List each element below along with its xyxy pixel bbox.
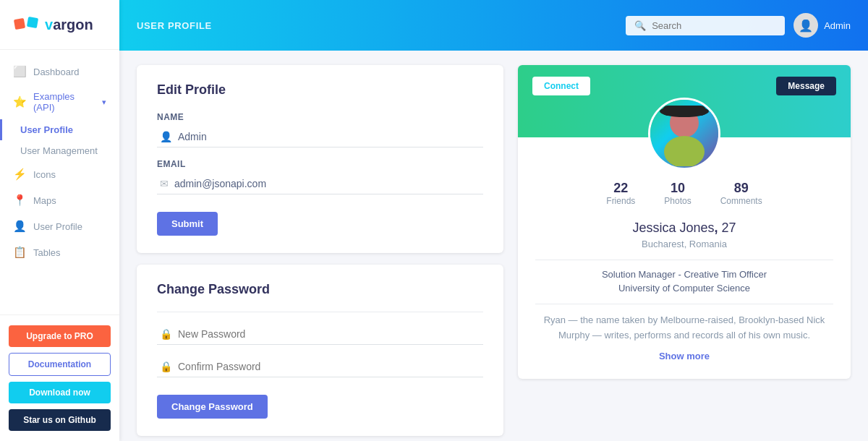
- email-label: Email: [157, 159, 483, 169]
- page-content: Edit Profile Name 👤 Email ✉ Submit: [119, 51, 868, 441]
- sidebar-bottom: Upgrade to PRO Documentation Download no…: [0, 314, 119, 441]
- show-more-button[interactable]: Show more: [535, 351, 833, 361]
- new-password-group: 🔒: [157, 324, 483, 345]
- sidebar-sub-label: User Management: [20, 145, 98, 156]
- photos-stat: 10 Photos: [664, 181, 691, 206]
- photos-label: Photos: [664, 196, 691, 206]
- photos-count: 10: [664, 181, 691, 196]
- friends-count: 22: [606, 181, 635, 196]
- sidebar: vargon ⬜ Dashboard ⭐ Examples (API) ▾ Us…: [0, 0, 119, 441]
- profile-divider: [535, 260, 833, 260]
- edit-profile-card: Edit Profile Name 👤 Email ✉ Submit: [137, 65, 503, 253]
- svg-rect-1: [27, 17, 38, 28]
- profile-card: Connect Message: [518, 65, 851, 379]
- email-field-icon: ✉: [160, 178, 169, 189]
- profile-avatar: [648, 98, 720, 170]
- new-password-wrap: 🔒: [157, 324, 483, 345]
- header-right: 🔍 👤 Admin: [626, 13, 851, 38]
- sidebar-item-tables[interactable]: 📋 Tables: [0, 239, 119, 265]
- profile-stats: 22 Friends 10 Photos 89 Comments: [535, 181, 833, 206]
- sidebar-item-label: Maps: [33, 195, 56, 206]
- confirm-password-wrap: 🔒: [157, 356, 483, 377]
- logo-icon: [13, 12, 39, 38]
- sidebar-sub-item-user-profile[interactable]: User Profile: [0, 119, 119, 140]
- search-icon: 🔍: [634, 20, 646, 31]
- profile-name: Jessica Jones, 27: [535, 220, 833, 236]
- friends-stat: 22 Friends: [606, 181, 635, 206]
- page-header: USER PROFILE 🔍 👤 Admin: [119, 0, 868, 51]
- sidebar-item-label: Tables: [33, 247, 61, 258]
- sidebar-sub-item-user-management[interactable]: User Management: [0, 140, 119, 161]
- comments-label: Comments: [720, 196, 762, 206]
- name-input[interactable]: [178, 131, 480, 142]
- new-password-input[interactable]: [178, 328, 480, 340]
- profile-card-header: Connect Message: [518, 65, 851, 137]
- chevron-down-icon: ▾: [102, 98, 106, 107]
- email-input-wrap: ✉: [157, 174, 483, 194]
- page-title: USER PROFILE: [137, 20, 212, 31]
- search-input[interactable]: [652, 20, 776, 31]
- avatar-svg: [652, 101, 717, 166]
- avatar-image: [650, 100, 718, 168]
- sidebar-item-user-profile-nav[interactable]: 👤 User Profile: [0, 213, 119, 239]
- name-label: Name: [157, 112, 483, 122]
- sidebar-logo: vargon: [0, 0, 119, 50]
- sidebar-item-label: Dashboard: [33, 67, 80, 77]
- sidebar-item-examples-api[interactable]: ⭐ Examples (API) ▾: [0, 85, 119, 119]
- profile-divider-2: [535, 304, 833, 304]
- maps-icon: 📍: [13, 194, 26, 207]
- left-column: Edit Profile Name 👤 Email ✉ Submit: [137, 65, 503, 427]
- sidebar-item-icons[interactable]: ⚡ Icons: [0, 161, 119, 187]
- profile-card-body: 22 Friends 10 Photos 89 Comments: [518, 137, 851, 379]
- tables-icon: 📋: [13, 246, 26, 259]
- user-icon: 👤: [13, 220, 26, 233]
- email-form-group: Email ✉: [157, 159, 483, 194]
- confirm-password-input[interactable]: [178, 361, 480, 372]
- sidebar-item-label: Examples (API): [33, 91, 95, 113]
- user-field-icon: 👤: [160, 131, 172, 142]
- examples-icon: ⭐: [13, 95, 26, 108]
- email-input[interactable]: [174, 178, 480, 189]
- friends-label: Friends: [606, 196, 635, 206]
- profile-role: Solution Manager - Creative Tim Officer: [535, 269, 833, 280]
- lock-icon: 🔒: [160, 328, 172, 340]
- change-password-button[interactable]: Change Password: [157, 395, 268, 419]
- change-password-title: Change Password: [157, 282, 483, 297]
- comments-count: 89: [720, 181, 762, 196]
- download-button[interactable]: Download now: [9, 382, 111, 403]
- star-github-button[interactable]: Star us on Github: [9, 409, 111, 431]
- sidebar-item-dashboard[interactable]: ⬜ Dashboard: [0, 59, 119, 85]
- icons-icon: ⚡: [13, 168, 26, 181]
- profile-education: University of Computer Science: [535, 283, 833, 294]
- main-area: USER PROFILE 🔍 👤 Admin Edit Profile Name: [119, 0, 868, 441]
- edit-profile-title: Edit Profile: [157, 82, 483, 98]
- sidebar-item-maps[interactable]: 📍 Maps: [0, 187, 119, 213]
- sidebar-item-label: Icons: [33, 169, 56, 180]
- documentation-button[interactable]: Documentation: [9, 353, 111, 376]
- sidebar-navigation: ⬜ Dashboard ⭐ Examples (API) ▾ User Prof…: [0, 50, 119, 314]
- message-button[interactable]: Message: [776, 77, 836, 95]
- confirm-password-group: 🔒: [157, 356, 483, 377]
- dashboard-icon: ⬜: [13, 65, 26, 78]
- lock-confirm-icon: 🔒: [160, 361, 172, 372]
- change-password-card: Change Password 🔒 🔒 Change Password: [137, 265, 503, 436]
- admin-profile[interactable]: 👤 Admin: [793, 13, 851, 38]
- connect-button[interactable]: Connect: [532, 77, 590, 95]
- profile-location: Bucharest, Romania: [535, 239, 833, 249]
- divider: [157, 312, 483, 312]
- upgrade-button[interactable]: Upgrade to PRO: [9, 325, 111, 347]
- svg-point-3: [664, 136, 705, 166]
- name-form-group: Name 👤: [157, 112, 483, 147]
- admin-label: Admin: [824, 20, 851, 31]
- brand-name: vargon: [45, 17, 93, 33]
- svg-rect-5: [663, 106, 706, 116]
- svg-rect-0: [14, 18, 25, 30]
- name-input-wrap: 👤: [157, 127, 483, 147]
- right-column: Connect Message: [518, 65, 851, 427]
- sidebar-item-label: User Profile: [33, 221, 82, 232]
- avatar: 👤: [793, 13, 818, 38]
- profile-bio: Ryan — the name taken by Melbourne-raise…: [535, 313, 833, 343]
- submit-button[interactable]: Submit: [157, 212, 218, 236]
- sidebar-sub-label: User Profile: [20, 124, 73, 135]
- search-box[interactable]: 🔍: [626, 16, 785, 35]
